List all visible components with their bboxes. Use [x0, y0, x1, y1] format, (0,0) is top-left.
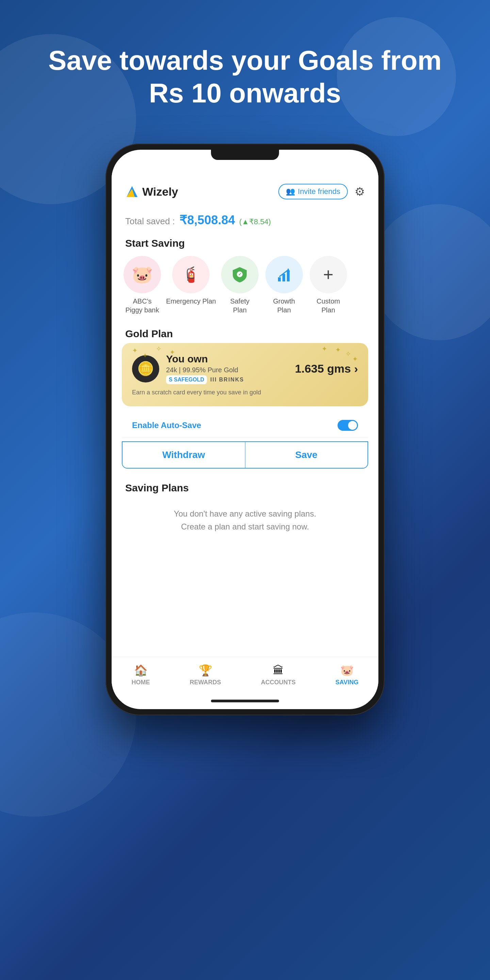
saving-item-piggy[interactable]: 🐷 ABC'sPiggy bank: [122, 256, 163, 314]
withdraw-button[interactable]: Withdraw: [123, 442, 245, 468]
accounts-label: ACCOUNTS: [261, 679, 296, 686]
safegold-badge: S SAFEGOLD: [166, 375, 207, 384]
gold-brands: S SAFEGOLD III BRINKS: [166, 375, 288, 384]
gold-amount: 1.635 gms ›: [295, 362, 358, 375]
invite-icon: 👥: [286, 187, 295, 196]
app-name: Wizely: [142, 185, 178, 198]
gold-info: You own 24k | 99.95% Pure Gold S SAFEGOL…: [166, 353, 288, 384]
home-label: HOME: [132, 679, 150, 686]
svg-rect-5: [282, 274, 285, 282]
home-indicator: [211, 700, 279, 702]
growth-svg: [275, 266, 293, 284]
you-own-text: You own: [166, 353, 288, 365]
phone-mockup: Wizely 👥 Invite friends ⚙ Total saved :: [105, 143, 385, 715]
header-right: 👥 Invite friends ⚙: [278, 184, 365, 199]
safety-label: SafetyPlan: [230, 297, 250, 314]
saving-icons-row: 🐷 ABC'sPiggy bank 🧯 Emergency Plan: [111, 253, 379, 321]
brinks-badge: III BRINKS: [210, 377, 244, 383]
saving-icon: 🐷: [340, 664, 354, 677]
svg-text:✓: ✓: [238, 272, 242, 277]
safety-icon-circle: ✓: [221, 256, 259, 293]
home-icon: 🏠: [134, 664, 148, 677]
total-saved-section: Total saved : ₹8,508.84 (▲₹8.54): [111, 206, 379, 231]
auto-save-label: Enable Auto-Save: [132, 421, 201, 430]
phone-inner: Wizely 👥 Invite friends ⚙ Total saved :: [111, 150, 379, 709]
nav-accounts[interactable]: 🏛 ACCOUNTS: [261, 664, 296, 686]
nav-rewards[interactable]: 🏆 REWARDS: [190, 664, 221, 686]
saving-item-emergency[interactable]: 🧯 Emergency Plan: [166, 256, 216, 305]
piggy-label: ABC'sPiggy bank: [126, 297, 159, 314]
gold-coin-icon: 🪙: [132, 355, 159, 382]
saving-label: SAVING: [336, 679, 359, 686]
gold-card-top: 🪙 You own 24k | 99.95% Pure Gold S SAFEG…: [132, 353, 358, 384]
status-bar: [111, 160, 379, 177]
svg-marker-7: [286, 268, 290, 272]
gold-scratch-text: Earn a scratch card every time you save …: [132, 389, 358, 396]
invite-friends-button[interactable]: 👥 Invite friends: [278, 184, 348, 199]
logo-icon: [125, 185, 139, 198]
nav-home[interactable]: 🏠 HOME: [132, 664, 150, 686]
svg-rect-6: [287, 270, 290, 282]
gold-plan-card[interactable]: ✦ ✦ ✧ ✦ ✦ ✧ ✦ ✦ 🪙 You own 24k | 99.95%: [122, 343, 368, 406]
accounts-icon: 🏛: [273, 664, 284, 677]
gold-purity: 24k | 99.95% Pure Gold: [166, 366, 288, 374]
shield-svg: ✓: [231, 266, 249, 284]
growth-icon-circle: [266, 256, 303, 293]
rewards-icon: 🏆: [199, 664, 212, 677]
growth-label: GrowthPlan: [273, 297, 295, 314]
svg-rect-4: [278, 277, 281, 282]
gold-action-buttons: Withdraw Save: [122, 441, 368, 469]
saving-plans-section: You don't have any active saving plans.C…: [111, 497, 379, 544]
empty-plans-text: You don't have any active saving plans.C…: [111, 501, 379, 540]
rewards-label: REWARDS: [190, 679, 221, 686]
phone-outer: Wizely 👥 Invite friends ⚙ Total saved :: [105, 143, 385, 715]
save-button[interactable]: Save: [245, 442, 368, 468]
saving-item-safety[interactable]: ✓ SafetyPlan: [220, 256, 260, 314]
auto-save-row: Enable Auto-Save: [122, 413, 368, 438]
bottom-navigation: 🏠 HOME 🏆 REWARDS 🏛 ACCOUNTS 🐷 SAVING: [111, 657, 379, 696]
start-saving-title: Start Saving: [111, 231, 379, 253]
gold-amount-wrapper: 1.635 gms ›: [295, 362, 358, 375]
nav-saving[interactable]: 🐷 SAVING: [336, 664, 359, 686]
logo-area: Wizely: [125, 185, 178, 198]
gold-plan-title: Gold Plan: [111, 321, 379, 343]
app-content: Wizely 👥 Invite friends ⚙ Total saved :: [111, 177, 379, 657]
emergency-icon-circle: 🧯: [172, 256, 210, 293]
phone-notch: [211, 150, 279, 160]
settings-icon[interactable]: ⚙: [355, 185, 365, 198]
total-saved-amount: ₹8,508.84: [179, 213, 235, 227]
hero-title: Save towards your Goals from Rs 10 onwar…: [0, 44, 490, 110]
custom-label: CustomPlan: [317, 297, 340, 314]
total-saved-label: Total saved :: [125, 216, 175, 226]
total-saved-change: (▲₹8.54): [239, 218, 271, 226]
saving-plans-title: Saving Plans: [111, 476, 379, 497]
emergency-label: Emergency Plan: [166, 297, 216, 305]
invite-label: Invite friends: [298, 187, 340, 196]
app-header: Wizely 👥 Invite friends ⚙: [111, 177, 379, 206]
piggy-icon-circle: 🐷: [124, 256, 161, 293]
custom-icon-circle: +: [310, 256, 347, 293]
saving-item-growth[interactable]: GrowthPlan: [264, 256, 305, 314]
saving-item-custom[interactable]: + CustomPlan: [308, 256, 349, 314]
auto-save-toggle[interactable]: [337, 420, 358, 431]
